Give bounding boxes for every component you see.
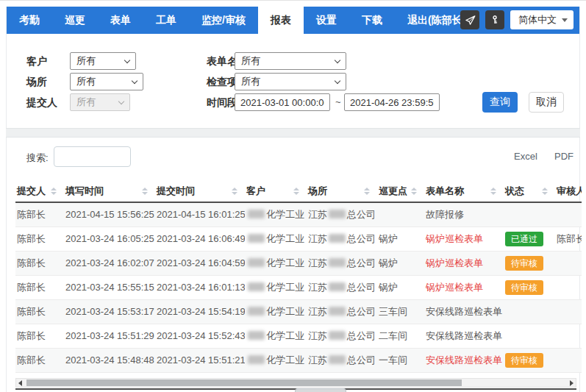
table-row[interactable]: 陈部长 2021-03-24 15:55:15 2021-03-24 16:01… (15, 275, 582, 299)
column-header-label: 状态 (505, 185, 524, 198)
scroll-right-arrow-icon[interactable] (570, 380, 574, 386)
table-column-header[interactable]: 审核人 (555, 180, 582, 202)
cell-customer: 化学工业 (245, 299, 307, 324)
table-column-header[interactable]: 提交人 (15, 180, 64, 202)
cell-site: 江苏总公司 (307, 275, 377, 299)
cancel-button[interactable]: 取消 (529, 92, 564, 113)
nav-tab[interactable]: 工单 (143, 7, 189, 34)
app-window: 考勤巡更表单工单监控/审核报表设置下载退出(陈部长) 简体中文 客户 所有 表单… (6, 7, 580, 392)
language-select[interactable]: 简体中文 (510, 10, 574, 29)
nav-tab[interactable]: 下载 (349, 7, 395, 34)
sort-icon[interactable] (411, 188, 417, 195)
sort-icon[interactable] (364, 188, 370, 195)
export-pdf-link[interactable]: PDF (554, 151, 574, 162)
table-column-header[interactable]: 提交时间 (155, 180, 245, 202)
redacted-blur (248, 307, 265, 316)
nav-tab-label: 下载 (362, 14, 382, 26)
table-row[interactable]: 陈部长 2021-03-24 15:53:17 2021-03-24 15:54… (15, 299, 582, 324)
cell-form-name: 锅炉巡检表单 (424, 275, 504, 299)
column-header-label: 审核人 (557, 185, 582, 198)
send-icon[interactable] (460, 10, 479, 29)
submitter-select-value: 所有 (76, 96, 96, 109)
cell-fill-time: 2021-03-24 15:55:15 (64, 275, 155, 299)
submitter-label: 提交人 (26, 93, 57, 111)
cell-reviewer (555, 202, 582, 227)
sort-icon[interactable] (232, 188, 237, 195)
cell-submit-time: 2021-03-24 15:51:21 (155, 348, 245, 372)
status-badge: 待审核 (505, 280, 543, 295)
cell-site: 江苏总公司 (307, 324, 377, 348)
nav-tab[interactable]: 报表 (258, 7, 304, 34)
table-row[interactable]: 陈部长 2021-03-24 16:05:25 2021-03-24 16:06… (15, 227, 582, 251)
table-row[interactable]: 陈部长 2021-04-15 15:56:25 2021-04-15 16:01… (15, 202, 582, 227)
table-column-header[interactable]: 填写时间 (64, 180, 155, 202)
key-icon[interactable] (485, 10, 504, 29)
nav-tab-label: 工单 (156, 14, 176, 26)
nav-tab[interactable]: 设置 (304, 7, 349, 34)
site-select[interactable]: 所有 (70, 73, 143, 90)
nav-tab[interactable]: 考勤 (7, 7, 52, 34)
table-header-row: 提交人 填写时间 提交时间 客户 场所 巡更点 表单名称 (15, 180, 582, 202)
cell-patrol-point: 一车间 (377, 348, 424, 372)
cell-status: 已通过 (504, 227, 555, 251)
table-column-header[interactable]: 场所 (307, 180, 377, 202)
cell-customer: 化学工业 (245, 324, 307, 348)
check-item-select[interactable]: 所有 (235, 73, 346, 90)
table-row[interactable]: 陈部长 2021-03-24 15:48:48 2021-03-24 15:51… (15, 348, 582, 372)
nav-tab[interactable]: 表单 (98, 7, 143, 34)
filter-panel: 客户 所有 表单名称 所有 场所 所有 检查项 所有 提交人 所有 时间段 ~ … (7, 34, 579, 128)
cell-status (504, 299, 555, 324)
query-button[interactable]: 查询 (482, 92, 518, 113)
table-column-header[interactable]: 表单名称 (424, 180, 504, 202)
scrollbar-thumb[interactable] (26, 379, 462, 386)
cell-submitter: 陈部长 (15, 227, 64, 251)
nav-tab[interactable]: 监控/审核 (189, 7, 258, 34)
redacted-blur (248, 282, 265, 291)
sort-icon[interactable] (490, 188, 496, 195)
cell-reviewer: 陈部长 (555, 227, 582, 251)
time-range-label: 时间段 (207, 93, 237, 111)
sort-icon[interactable] (51, 188, 57, 195)
cell-status (504, 324, 555, 348)
table-row[interactable]: 陈部长 2021-03-24 15:51:29 2021-03-24 15:52… (15, 324, 582, 348)
redacted-blur (329, 282, 346, 291)
cell-submitter: 陈部长 (15, 202, 64, 227)
sort-icon[interactable] (542, 188, 548, 195)
time-end-input[interactable] (344, 93, 440, 111)
table-row[interactable]: 陈部长 2021-03-24 16:02:07 2021-03-24 16:04… (15, 251, 582, 275)
redacted-blur (248, 331, 265, 340)
column-header-label: 客户 (246, 185, 265, 198)
cell-patrol-point: 锅炉 (377, 251, 424, 275)
search-input[interactable] (54, 146, 131, 167)
redacted-blur (329, 258, 346, 267)
horizontal-scrollbar[interactable] (15, 378, 576, 388)
redacted-blur (248, 210, 265, 218)
table-column-header[interactable]: 状态 (504, 180, 555, 202)
column-header-label: 提交时间 (157, 185, 195, 198)
scroll-left-arrow-icon[interactable] (18, 380, 22, 386)
cell-reviewer (555, 348, 582, 372)
cell-submit-time: 2021-04-15 16:01:25 (155, 202, 245, 227)
time-start-input[interactable] (235, 93, 330, 111)
redacted-blur (248, 258, 265, 267)
nav-tab-label: 退出(陈部长) (407, 14, 465, 26)
check-item-select-value: 所有 (241, 75, 260, 88)
cell-form-name: 安保线路巡检表单 (424, 299, 504, 324)
sort-icon[interactable] (142, 188, 148, 195)
redacted-blur (329, 355, 346, 364)
form-name-select[interactable]: 所有 (235, 52, 346, 70)
cell-site: 江苏总公司 (307, 251, 377, 275)
cell-patrol-point: 锅炉 (377, 227, 424, 251)
nav-tab[interactable]: 巡更 (52, 7, 98, 34)
cell-submitter: 陈部长 (15, 348, 64, 372)
table-column-header[interactable]: 客户 (245, 180, 307, 202)
nav-tab-label: 设置 (316, 14, 337, 26)
nav-tab-label: 监控/审核 (201, 14, 246, 26)
language-value: 简体中文 (518, 13, 557, 26)
customer-select[interactable]: 所有 (70, 52, 136, 70)
export-excel-link[interactable]: Excel (514, 151, 537, 162)
sort-icon[interactable] (293, 188, 299, 195)
table-column-header[interactable]: 巡更点 (377, 180, 424, 202)
site-select-value: 所有 (76, 75, 96, 88)
cell-submitter: 陈部长 (15, 251, 64, 275)
